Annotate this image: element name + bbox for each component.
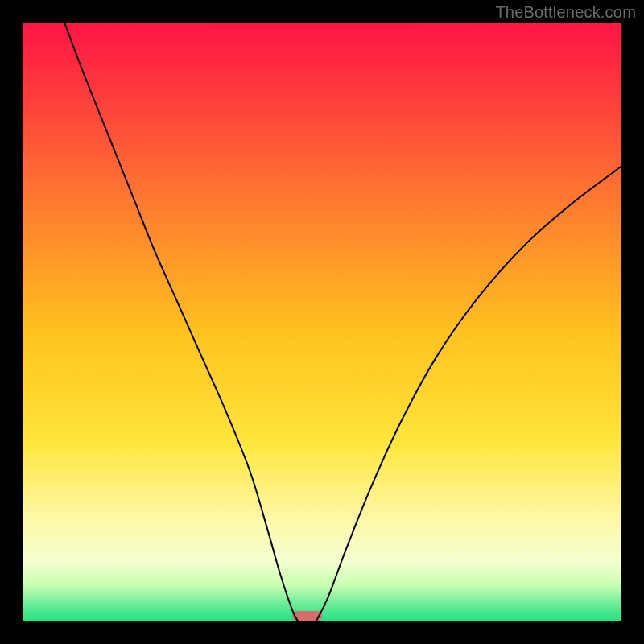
chart-background [23, 23, 621, 621]
chart-svg [23, 23, 621, 621]
plot-area [23, 23, 621, 621]
watermark-label: TheBottleneck.com [495, 3, 636, 22]
chart-frame: TheBottleneck.com [0, 0, 644, 644]
